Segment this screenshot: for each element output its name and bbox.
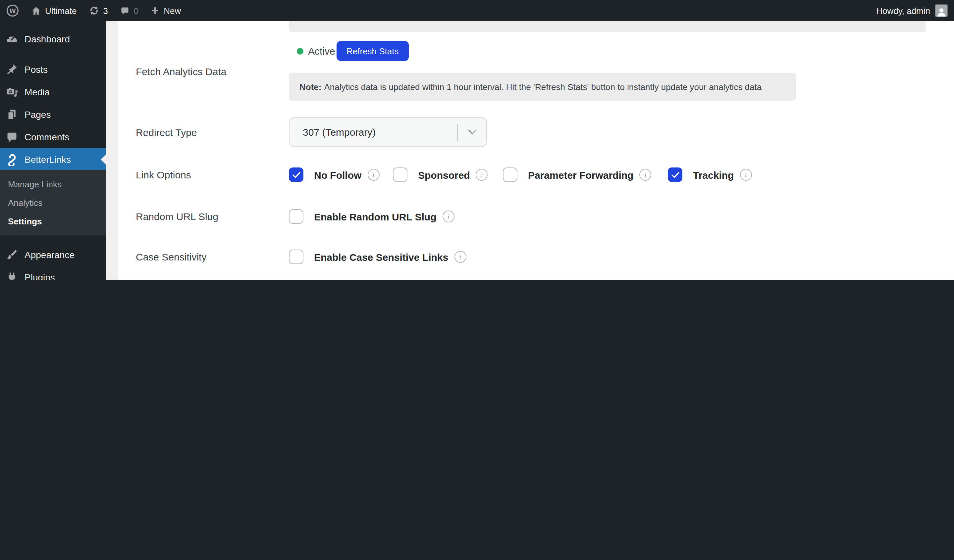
pages-icon bbox=[5, 108, 19, 121]
redirect-type-select[interactable]: 307 (Temporary) bbox=[289, 117, 487, 147]
info-icon[interactable]: i bbox=[639, 169, 651, 181]
new-content-button[interactable]: New bbox=[145, 0, 187, 21]
option-no-follow: No Follow i bbox=[289, 168, 379, 182]
sidebar-item-plugins[interactable]: Plugins bbox=[0, 266, 106, 280]
parameter-forwarding-checkbox[interactable] bbox=[503, 168, 518, 182]
betterlinks-chain-icon bbox=[5, 152, 19, 166]
option-parameter-forwarding: Parameter Forwarding i bbox=[503, 168, 651, 182]
row-random-url-slug: Random URL Slug Enable Random URL Slug i bbox=[106, 201, 954, 232]
comments-icon bbox=[5, 131, 19, 144]
sidebar-item-pages[interactable]: Pages bbox=[0, 103, 106, 126]
row-label-random-url-slug: Random URL Slug bbox=[136, 211, 218, 222]
row-case-sensitivity: Case Sensitivity Enable Case Sensitive L… bbox=[106, 241, 954, 273]
submenu-item-manage-links[interactable]: Manage Links bbox=[0, 175, 106, 193]
row-label-link-options: Link Options bbox=[136, 169, 191, 180]
settings-panel: Active Refresh Stats Fetch Analytics Dat… bbox=[106, 21, 954, 280]
info-icon[interactable]: i bbox=[740, 169, 751, 181]
row-label-case-sensitivity: Case Sensitivity bbox=[136, 251, 206, 263]
avatar[interactable] bbox=[935, 5, 947, 17]
comments-link[interactable]: 0 bbox=[114, 0, 145, 21]
sidebar-item-dashboard[interactable]: Dashboard bbox=[0, 28, 106, 50]
sidebar-item-appearance[interactable]: Appearance bbox=[0, 244, 106, 266]
sponsored-checkbox[interactable] bbox=[393, 168, 407, 182]
submenu-item-analytics[interactable]: Analytics bbox=[0, 193, 106, 212]
new-label: New bbox=[164, 6, 181, 16]
option-random-url-slug: Enable Random URL Slug i bbox=[289, 209, 454, 224]
analytics-note: Note:Analytics data is updated within 1 … bbox=[289, 73, 796, 101]
row-label-fetch-analytics: Fetch Analytics Data bbox=[136, 66, 226, 77]
svg-text:W: W bbox=[9, 7, 16, 14]
no-follow-checkbox[interactable] bbox=[289, 168, 304, 182]
row-link-options: Link Options No Follow i Sponsored i Par… bbox=[106, 159, 954, 191]
howdy-greeting[interactable]: Howdy, admin bbox=[876, 6, 930, 16]
chevron-down-icon bbox=[458, 129, 486, 135]
menu-separator bbox=[0, 50, 106, 58]
option-sponsored: Sponsored i bbox=[393, 168, 488, 182]
redirect-type-value: 307 (Temporary) bbox=[290, 126, 457, 138]
sidebar-item-media[interactable]: Media bbox=[0, 81, 106, 103]
plug-icon bbox=[5, 271, 19, 280]
info-icon[interactable]: i bbox=[476, 169, 488, 181]
wordpress-logo-icon: W bbox=[6, 4, 19, 17]
wordpress-admin-page: W Ultimate 3 0 bbox=[0, 0, 954, 280]
dashboard-icon bbox=[5, 33, 19, 46]
option-case-sensitivity: Enable Case Sensitive Links i bbox=[289, 250, 466, 264]
analytics-status: Active bbox=[297, 45, 335, 57]
updates-link[interactable]: 3 bbox=[83, 0, 114, 21]
refresh-stats-button[interactable]: Refresh Stats bbox=[337, 41, 409, 61]
info-icon[interactable]: i bbox=[454, 251, 466, 263]
option-tracking: Tracking i bbox=[668, 168, 751, 182]
tracking-checkbox[interactable] bbox=[668, 168, 682, 182]
menu-separator bbox=[0, 235, 106, 244]
media-icon bbox=[5, 86, 19, 99]
admin-bar: W Ultimate 3 0 bbox=[0, 0, 954, 21]
updates-count: 3 bbox=[103, 6, 108, 16]
info-icon[interactable]: i bbox=[367, 169, 379, 181]
betterlinks-submenu: Manage Links Analytics Settings bbox=[0, 170, 106, 235]
admin-sidebar: Dashboard Posts Media Pages Comments bbox=[0, 21, 106, 280]
submenu-item-settings[interactable]: Settings bbox=[0, 212, 106, 230]
comment-bubble-icon bbox=[120, 6, 130, 16]
sidebar-item-comments[interactable]: Comments bbox=[0, 126, 106, 148]
active-status-dot bbox=[297, 48, 304, 54]
pushpin-icon bbox=[5, 63, 19, 76]
plus-icon bbox=[150, 6, 160, 15]
row-label-redirect-type: Redirect Type bbox=[136, 127, 197, 138]
site-name: Ultimate bbox=[45, 6, 76, 16]
comments-count: 0 bbox=[134, 6, 139, 16]
sidebar-item-posts[interactable]: Posts bbox=[0, 58, 106, 81]
case-sensitive-checkbox[interactable] bbox=[289, 250, 304, 264]
sidebar-item-betterlinks[interactable]: BetterLinks bbox=[0, 148, 106, 170]
random-url-slug-checkbox[interactable] bbox=[289, 209, 304, 224]
wordpress-menu[interactable]: W bbox=[0, 0, 25, 21]
site-name-link[interactable]: Ultimate bbox=[25, 0, 83, 21]
active-status-label: Active bbox=[308, 45, 335, 57]
paintbrush-icon bbox=[5, 248, 19, 261]
home-icon bbox=[31, 6, 41, 16]
info-icon[interactable]: i bbox=[443, 210, 454, 222]
updates-icon bbox=[89, 5, 99, 16]
scrolled-note-remnant bbox=[289, 21, 926, 32]
